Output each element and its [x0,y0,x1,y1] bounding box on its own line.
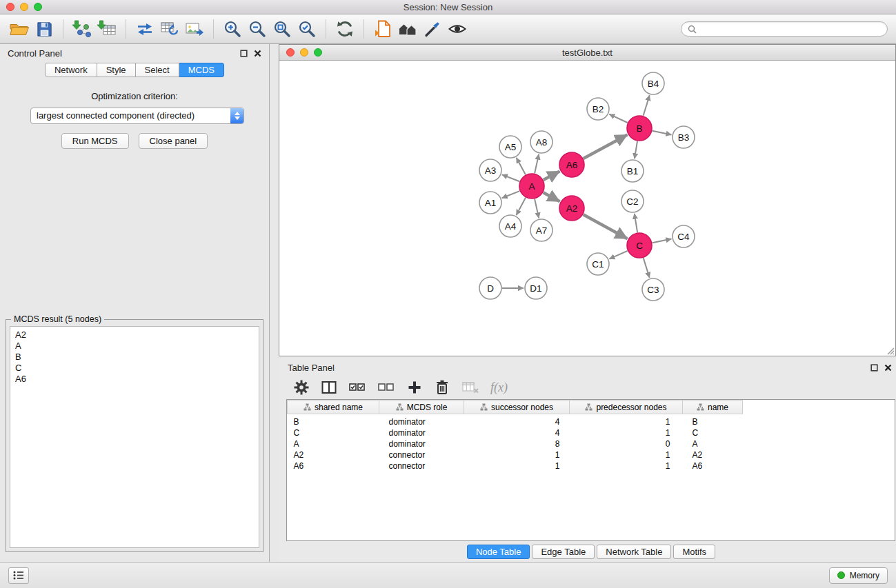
table-row[interactable]: Bdominator41B [288,414,895,428]
network-canvas[interactable]: B4B2BB3A5A8A6A3B1AC2A1A2A4A7C4CC1C3DD1 [279,61,895,356]
table-cell[interactable]: 0 [570,438,683,449]
zoom-out-button[interactable] [245,17,270,41]
table-cell[interactable]: 1 [464,460,570,472]
network-overview-button[interactable] [395,17,420,41]
graph-node-C3[interactable]: C3 [642,278,664,301]
deselect-all-button[interactable] [377,377,395,398]
import-network-button[interactable] [70,17,94,41]
graph-node-B[interactable]: B [627,116,652,141]
graph-edge-A-A1[interactable] [502,191,520,198]
table-cell[interactable]: 1 [570,460,683,472]
tab-style[interactable]: Style [97,63,136,77]
graph-edge-B-B1[interactable] [635,141,637,159]
table-mode-button[interactable] [293,377,310,398]
network-minimize-button[interactable] [300,48,308,57]
close-panel-icon[interactable] [884,364,892,372]
delete-table-button[interactable] [461,377,479,398]
table-row[interactable]: Cdominator41C [288,427,895,438]
table-cell[interactable]: 1 [570,414,683,428]
select-all-button[interactable] [348,377,366,398]
table-cell[interactable]: connector [379,460,464,472]
graph-node-A8[interactable]: A8 [530,131,552,153]
graph-edge-C-C4[interactable] [653,239,672,243]
run-mcds-button[interactable]: Run MCDS [61,133,129,149]
graph-node-A2[interactable]: A2 [559,196,584,221]
float-panel-icon[interactable] [240,50,248,57]
network-zoom-button[interactable] [314,48,322,57]
tab-network-table[interactable]: Network Table [597,545,671,559]
style-pen-button[interactable] [420,17,445,41]
delete-column-button[interactable] [434,377,450,398]
graph-edge-B-B4[interactable] [644,95,650,116]
table-cell[interactable]: A [288,438,379,449]
graph-node-D1[interactable]: D1 [525,277,547,299]
close-panel-button[interactable]: Close panel [139,133,208,149]
network-swap-button[interactable] [132,17,157,41]
table-cell[interactable]: 1 [570,449,683,460]
table-cell[interactable]: dominator [379,427,464,438]
mcds-result-item[interactable]: B [15,352,254,363]
show-details-button[interactable] [445,17,470,41]
zoom-fit-button[interactable] [270,17,295,41]
graph-node-A1[interactable]: A1 [479,192,501,214]
graph-node-D[interactable]: D [479,277,501,299]
mcds-result-list[interactable]: A2ABCA6 [10,326,259,548]
open-file-button[interactable] [7,17,32,41]
minimize-window-button[interactable] [20,3,28,11]
table-cell[interactable]: 1 [570,427,683,438]
graph-edge-B-B3[interactable] [653,131,672,135]
table-cell[interactable]: 4 [464,414,570,428]
graph-edge-A-A6[interactable] [544,171,560,180]
tab-edge-table[interactable]: Edge Table [532,545,595,559]
float-panel-icon[interactable] [870,364,878,372]
panel-splitter[interactable] [270,44,278,562]
column-header-shared-name[interactable]: shared name [288,401,379,414]
node-table[interactable]: shared nameMCDS rolesuccessor nodesprede… [286,399,895,541]
graph-node-B2[interactable]: B2 [587,98,609,120]
column-header-successor-nodes[interactable]: successor nodes [464,401,570,414]
mcds-result-item[interactable]: A6 [15,374,254,385]
table-cell[interactable]: C [683,427,743,438]
table-cell[interactable]: connector [379,449,464,460]
table-row[interactable]: A2connector11A2 [288,449,895,460]
create-column-button[interactable] [406,377,423,398]
table-cell[interactable]: A6 [288,460,379,472]
column-header-mcds-role[interactable]: MCDS role [379,401,464,414]
graph-edge-A-A4[interactable] [517,198,526,215]
graph-edge-A-A7[interactable] [535,199,539,219]
open-document-button[interactable] [370,17,395,41]
graph-edge-A-A8[interactable] [535,154,539,174]
table-row[interactable]: A6connector11A6 [288,460,895,472]
tab-network[interactable]: Network [45,63,97,77]
graph-node-C[interactable]: C [627,233,652,258]
graph-node-A3[interactable]: A3 [479,159,501,181]
graph-edge-C-C1[interactable] [609,251,627,259]
graph-node-B4[interactable]: B4 [642,72,664,94]
search-box[interactable] [681,21,888,37]
table-row[interactable]: Adominator80A [288,438,895,449]
table-cell[interactable]: C [288,427,379,438]
graph-edge-B-B2[interactable] [609,114,628,123]
graph-edge-C-C3[interactable] [644,258,650,278]
table-cell[interactable]: 8 [464,438,570,449]
graph-edge-A-A2[interactable] [544,192,560,201]
refresh-view-button[interactable] [332,17,357,41]
table-cell[interactable]: dominator [379,414,464,428]
tab-mcds[interactable]: MCDS [179,63,224,77]
graph-edge-A-A3[interactable] [502,174,520,181]
zoom-selected-button[interactable] [295,17,319,41]
tab-node-table[interactable]: Node Table [467,545,530,559]
zoom-in-button[interactable] [220,17,245,41]
graph-edge-A2-C[interactable] [584,214,628,239]
graph-node-C2[interactable]: C2 [621,190,644,212]
export-image-button[interactable] [182,17,207,41]
mcds-result-item[interactable]: C [15,363,254,374]
graph-node-A7[interactable]: A7 [530,219,552,241]
task-history-button[interactable] [8,567,29,584]
graph-node-A[interactable]: A [519,174,544,199]
graph-node-C1[interactable]: C1 [587,253,609,275]
save-session-button[interactable] [32,17,57,41]
graph-node-A6[interactable]: A6 [559,152,584,177]
table-cell[interactable]: A6 [683,460,743,472]
close-panel-icon[interactable] [254,50,261,57]
